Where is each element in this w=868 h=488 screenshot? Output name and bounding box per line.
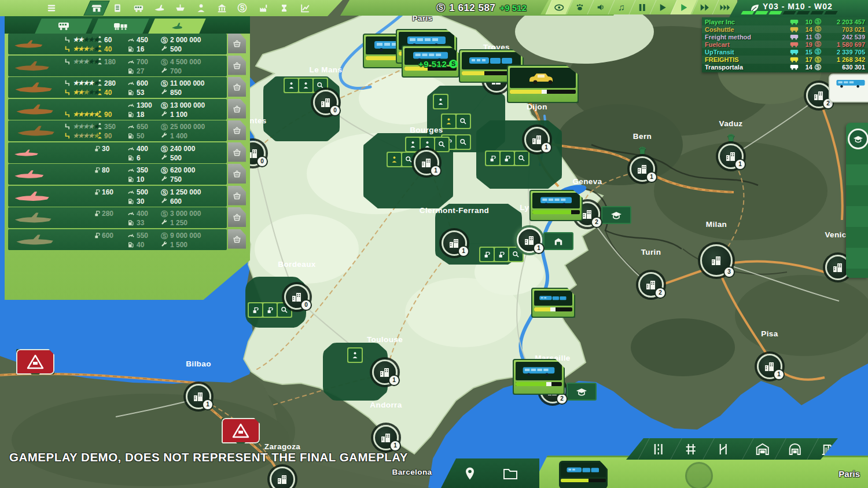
locate-button[interactable]: [453, 458, 487, 488]
city-marker[interactable]: ♛ 3 Milan: [700, 244, 733, 277]
passenger-waiting-icon[interactable]: [442, 115, 455, 128]
tutorial-badge[interactable]: [601, 206, 631, 224]
tutorial-badge[interactable]: [567, 383, 597, 401]
station-count-badge: 2: [556, 393, 568, 405]
leaderboard-row[interactable]: Player Inc 10 Ⓢ 2 203 457: [702, 18, 868, 25]
vehicle-offer-row[interactable]: 80 350 Ⓢ 620 000 10 750: [8, 164, 227, 185]
leaderboard[interactable]: Player Inc 10 Ⓢ 2 203 457 Coshuttle 14 Ⓢ…: [702, 17, 868, 72]
prev-vehicle-button[interactable]: [543, 464, 556, 477]
magnifier-icon[interactable]: [515, 152, 528, 165]
city-marker[interactable]: ♛ 1 Bilbao: [186, 384, 211, 409]
wrench-icon: [161, 241, 168, 248]
city-marker[interactable]: ♛ 1 Lyon: [517, 228, 542, 253]
routes-folder-button[interactable]: [493, 458, 528, 488]
vehicle-offer-row[interactable]: ★★★★★ 60 450 Ⓢ 2 000 000 ★★★★★ 40 16: [8, 34, 227, 54]
magnifier-icon[interactable]: [435, 138, 448, 151]
buy-button[interactable]: [228, 229, 246, 249]
buy-button[interactable]: [228, 207, 246, 227]
leaderboard-row[interactable]: FREIGHTIS 17 Ⓢ 1 268 342: [702, 56, 868, 63]
tab-planes[interactable]: [148, 19, 206, 34]
cargo-icon[interactable]: [501, 152, 514, 165]
passenger-icon[interactable]: [434, 95, 447, 108]
cargo-icon[interactable]: [249, 303, 262, 317]
depot-badge[interactable]: [543, 232, 573, 250]
buy-button[interactable]: [228, 120, 246, 140]
city-marker[interactable]: ♛ 1 Pisa: [757, 354, 782, 379]
passenger-waiting-icon[interactable]: [388, 153, 401, 166]
road-warning-badge[interactable]: [16, 349, 54, 375]
cargo-icon[interactable]: [480, 248, 494, 261]
city-marker[interactable]: ♛ 0 Bordeaux: [284, 284, 310, 310]
cargo-icon[interactable]: [263, 303, 277, 317]
passenger-icon[interactable]: [299, 79, 312, 92]
next-vehicle-button[interactable]: [779, 464, 792, 477]
passenger-icon[interactable]: [285, 79, 298, 92]
vehicle-count: 14: [801, 64, 812, 71]
selected-vehicle-thumbnail[interactable]: [559, 461, 608, 488]
road-warning-badge[interactable]: [222, 418, 260, 443]
leaderboard-row[interactable]: Coshuttle 14 Ⓢ 703 021: [702, 25, 868, 33]
vehicle-card-taxi[interactable]: [507, 65, 579, 103]
graduation-cap-icon: [576, 388, 587, 396]
buy-button[interactable]: [228, 34, 246, 53]
leaderboard-row[interactable]: Freight method 11 Ⓢ 242 539: [702, 33, 868, 41]
buy-button[interactable]: [228, 77, 246, 97]
speed-value: 650: [137, 123, 148, 131]
passenger-icon[interactable]: [406, 138, 420, 151]
capacity-upgraded-value: 90: [104, 111, 112, 119]
tab-buses[interactable]: [35, 19, 93, 34]
vehicle-offer-row[interactable]: ★★★★★ 180 700 Ⓢ 4 500 000 27 7: [8, 56, 227, 76]
buy-button[interactable]: [228, 186, 246, 206]
vehicle-offer-row[interactable]: 280 400 Ⓢ 3 000 000 33 1 250: [8, 207, 227, 228]
city-marker[interactable]: ♛ 1 Clermont-Ferrand: [442, 230, 467, 256]
plane-silhouette: [14, 124, 59, 138]
vehicle-card-bus[interactable]: [829, 74, 868, 102]
vehicle-card-bus[interactable]: [513, 359, 565, 395]
leaderboard-row[interactable]: Transportala 14 Ⓢ 630 301: [702, 64, 868, 71]
city-marker[interactable]: ♛ 1 Bern: [630, 156, 655, 182]
vehicle-offer-row[interactable]: 1300 Ⓢ 13 000 000 ★★★★★ 90 18 1 100: [8, 99, 227, 120]
magnifier-icon[interactable]: [457, 135, 470, 149]
buy-button[interactable]: [228, 99, 246, 119]
buy-button[interactable]: [228, 142, 246, 162]
city-marker[interactable]: ♛ 2: [806, 83, 832, 108]
fuel-value: 27: [137, 67, 144, 75]
seat-icon: [64, 45, 70, 53]
buildings-icon: [276, 473, 289, 486]
buy-button[interactable]: [228, 164, 246, 184]
vehicle-card-bus[interactable]: [529, 190, 583, 221]
station-count-badge: 0: [329, 105, 341, 116]
city-marker[interactable]: ♛ 1 Bourges: [414, 150, 439, 175]
city-marker[interactable]: ♛ 0 Le Mans: [313, 90, 339, 115]
vehicle-offer-row[interactable]: 30 400 Ⓢ 240 000 6 500: [8, 142, 227, 163]
vehicle-card-train[interactable]: [531, 288, 575, 318]
vehicle-offer-row[interactable]: ★★★★★ 280 600 Ⓢ 11 000 000 ★★★★★ 40 53: [8, 77, 227, 98]
passenger-icon[interactable]: [348, 348, 362, 362]
bus-icon: [539, 196, 573, 206]
cargo-icon: [94, 232, 101, 239]
leaderboard-row[interactable]: UpTransit 15 Ⓢ 2 339 705: [702, 48, 868, 56]
bus-icon: [790, 19, 799, 25]
vehicle-offer-row[interactable]: ★★★★★ 350 650 Ⓢ 25 000 000 ★★★★★ 90 50: [8, 120, 227, 141]
city-marker[interactable]: ♛ 1 Toulouse: [372, 359, 398, 385]
leaderboard-row[interactable]: Fuelcart 19 Ⓢ 1 580 697: [702, 41, 868, 48]
buildings-icon: [710, 254, 723, 267]
menu-button[interactable]: [38, 1, 65, 16]
city-marker[interactable]: ♛ 2 Turin: [638, 272, 664, 298]
city-marker[interactable]: ♛ Zaragoza: [270, 467, 295, 488]
ship-icon: [175, 3, 186, 13]
cargo-icon[interactable]: [495, 248, 508, 261]
tab-trains[interactable]: [91, 19, 149, 34]
city-marker[interactable]: ♛ 1 Andorra: [373, 425, 399, 450]
cargo-icon[interactable]: [486, 152, 499, 165]
buy-button[interactable]: [228, 56, 246, 75]
train-icon: [566, 465, 601, 475]
city-label: Bourges: [410, 126, 443, 134]
magnifier-icon[interactable]: [457, 115, 470, 128]
tutorial-strip[interactable]: [846, 123, 868, 278]
vehicle-offer-row[interactable]: 160 500 Ⓢ 1 250 000 30 600: [8, 186, 227, 207]
city-marker[interactable]: ♛ 1 Dijon: [524, 127, 550, 152]
passenger-icon[interactable]: [421, 138, 434, 151]
city-marker[interactable]: ♛ 1 Vaduz: [718, 144, 744, 169]
vehicle-offer-row[interactable]: 600 550 Ⓢ 9 000 000 40 1 500: [8, 229, 227, 250]
